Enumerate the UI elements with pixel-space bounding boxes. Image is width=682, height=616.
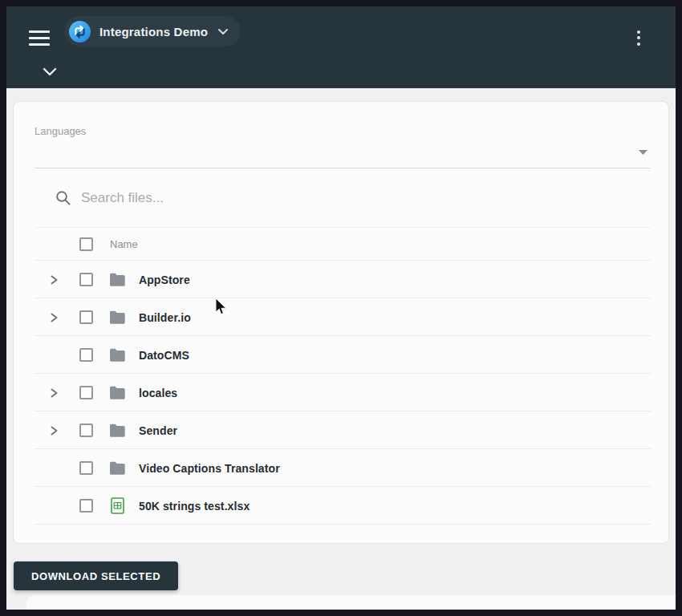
folder-icon [108, 384, 126, 402]
search-bar [35, 168, 651, 228]
file-name: Sender [139, 424, 177, 437]
workspace-title: Integrations Demo [99, 25, 208, 38]
content-area: Languages Name [6, 88, 676, 610]
footer-sheet [26, 595, 676, 610]
spreadsheet-icon [108, 497, 126, 515]
file-name: 50K strings test.xlsx [139, 500, 250, 513]
expand-chevron-icon[interactable] [46, 272, 62, 288]
row-checkbox[interactable] [79, 499, 93, 513]
row-checkbox[interactable] [79, 424, 93, 437]
overflow-menu-button[interactable] [623, 22, 655, 54]
languages-label: Languages [35, 125, 86, 137]
file-table: AppStore Builder.io DatoCMS [14, 261, 668, 525]
name-column-header: Name [110, 238, 138, 250]
app-window: Integrations Demo Languages [0, 0, 682, 616]
workspace-selector[interactable]: Integrations Demo [64, 16, 241, 47]
search-input[interactable] [81, 190, 651, 206]
row-checkbox[interactable] [79, 348, 93, 362]
table-header: Name [14, 228, 668, 261]
row-checkbox[interactable] [79, 386, 93, 399]
download-selected-button[interactable]: DOWNLOAD SELECTED [14, 561, 178, 590]
row-checkbox[interactable] [79, 310, 93, 324]
select-caret-down-icon [639, 150, 647, 155]
table-row[interactable]: locales [14, 374, 668, 411]
folder-icon [108, 460, 126, 477]
table-row[interactable]: Video Captions Translator [14, 449, 668, 487]
file-browser-card: Languages Name [13, 101, 669, 544]
table-row[interactable]: Builder.io [14, 298, 668, 336]
table-row[interactable]: AppStore [14, 261, 668, 298]
folder-icon [108, 271, 126, 289]
table-row[interactable]: 50K strings test.xlsx [14, 487, 668, 525]
file-name: locales [139, 387, 177, 399]
row-checkbox[interactable] [79, 273, 93, 286]
folder-icon [108, 309, 126, 326]
file-name: DatoCMS [139, 349, 189, 362]
table-row[interactable]: DatoCMS [14, 336, 668, 374]
folder-icon [108, 346, 126, 364]
app-header: Integrations Demo [6, 6, 676, 88]
expand-chevron-icon[interactable] [46, 310, 62, 326]
collapse-header-button[interactable] [35, 59, 64, 83]
hamburger-icon [29, 30, 50, 33]
chevron-down-icon [43, 67, 57, 76]
folder-icon [108, 422, 126, 440]
file-name: Video Captions Translator [139, 462, 280, 475]
languages-select[interactable]: Languages [35, 102, 651, 168]
select-all-checkbox[interactable] [79, 237, 93, 251]
expand-chevron-icon[interactable] [46, 385, 62, 401]
menu-button[interactable] [29, 22, 61, 53]
row-checkbox[interactable] [79, 461, 93, 475]
file-name: Builder.io [139, 311, 191, 324]
file-name: AppStore [139, 274, 190, 286]
caret-down-icon [218, 29, 228, 34]
kebab-menu-icon [637, 30, 640, 34]
search-icon [55, 190, 71, 206]
sync-arrows-logo-icon [69, 21, 91, 43]
expand-chevron-icon[interactable] [46, 423, 62, 439]
table-row[interactable]: Sender [14, 411, 668, 449]
